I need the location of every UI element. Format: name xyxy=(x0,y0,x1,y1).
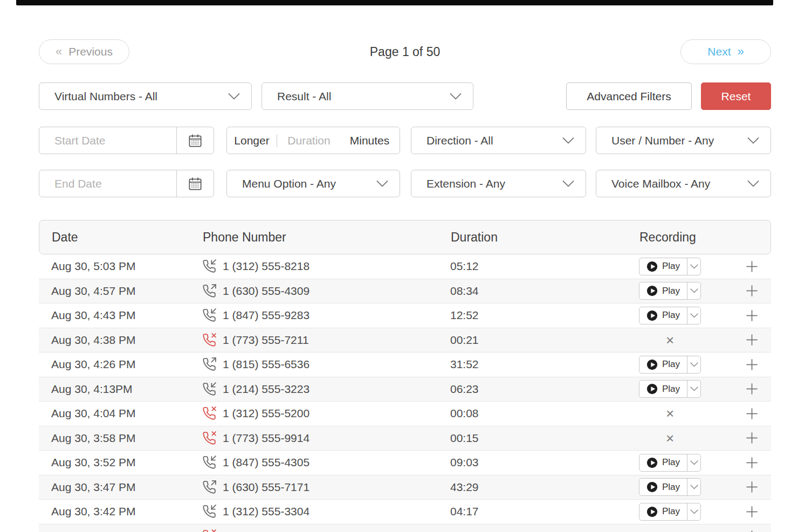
play-options-button[interactable] xyxy=(687,381,700,397)
duration-filter: Longer Minutes xyxy=(226,127,400,154)
play-button[interactable]: Play xyxy=(639,381,687,397)
plus-icon xyxy=(745,480,759,494)
play-button[interactable]: Play xyxy=(639,356,687,373)
expand-row-button[interactable] xyxy=(745,333,759,347)
chevron-down-icon xyxy=(690,509,698,514)
plus-icon xyxy=(745,357,759,372)
play-options-button[interactable] xyxy=(687,503,700,520)
previous-page-button[interactable]: « Previous xyxy=(39,39,129,64)
start-date-input[interactable] xyxy=(39,134,176,147)
reset-button[interactable]: Reset xyxy=(701,82,771,110)
play-options-button[interactable] xyxy=(687,258,700,275)
advanced-filters-button[interactable]: Advanced Filters xyxy=(566,82,692,110)
call-date: Aug 30, 3:58 PM xyxy=(51,432,202,445)
duration-comparator-button[interactable]: Longer xyxy=(227,127,277,154)
expand-row-button[interactable] xyxy=(745,308,759,323)
phone-number: 1 (312) 555-5200 xyxy=(223,407,309,420)
start-date-field xyxy=(39,127,214,154)
end-date-calendar-button[interactable] xyxy=(176,170,214,197)
phone-incoming-icon xyxy=(202,259,216,273)
column-header-phone-number: Phone Number xyxy=(203,230,451,245)
recording-control: Play xyxy=(639,503,701,521)
expand-row-button[interactable] xyxy=(745,455,759,470)
expand-row-button[interactable] xyxy=(745,505,759,519)
end-date-input[interactable] xyxy=(39,177,176,190)
next-page-button[interactable]: Next » xyxy=(680,39,771,64)
direction-select[interactable]: Direction - All xyxy=(411,127,586,154)
call-duration: 31:52 xyxy=(450,358,639,371)
phone-missed-icon xyxy=(202,529,216,532)
phone-number: 1 (847) 555-4305 xyxy=(223,456,309,469)
chevron-down-icon xyxy=(690,313,698,318)
play-icon xyxy=(646,481,658,493)
duration-comparator-value: Longer xyxy=(234,134,269,147)
spacer xyxy=(473,82,566,110)
result-select[interactable]: Result - All xyxy=(262,82,473,110)
user-number-select[interactable]: User / Number - Any xyxy=(596,127,771,154)
expand-row-button[interactable] xyxy=(745,357,759,372)
column-header-duration: Duration xyxy=(451,230,639,245)
play-icon xyxy=(646,261,658,272)
duration-unit-button[interactable]: Minutes xyxy=(341,127,398,154)
user-number-value: User / Number - Any xyxy=(611,134,714,147)
duration-value-input[interactable] xyxy=(277,134,341,147)
play-options-button[interactable] xyxy=(687,356,700,373)
expand-row-button[interactable] xyxy=(745,406,759,421)
play-options-button[interactable] xyxy=(687,454,700,471)
duration-unit-value: Minutes xyxy=(350,134,390,147)
call-date: Aug 30, 4:43 PM xyxy=(51,309,202,322)
phone-number: 1 (630) 555-4309 xyxy=(223,285,309,298)
call-log-page: « Previous Page 1 of 50 Next » Virtual N… xyxy=(0,0,798,532)
extension-select[interactable]: Extension - Any xyxy=(411,170,586,197)
table-row: Aug 30, 3:47 PM 1 (630) 555-7171 43:29 P… xyxy=(39,475,771,500)
plus-icon xyxy=(745,284,759,298)
chevron-down-icon xyxy=(690,386,698,391)
chevron-down-icon xyxy=(690,362,698,367)
recording-control: Play xyxy=(639,356,701,374)
expand-row-button[interactable] xyxy=(745,284,759,298)
direction-value: Direction - All xyxy=(426,134,493,147)
pagination-bar: « Previous Page 1 of 50 Next » xyxy=(39,39,771,64)
virtual-numbers-select[interactable]: Virtual Numbers - All xyxy=(39,82,252,110)
menu-option-select[interactable]: Menu Option - Any xyxy=(226,170,400,197)
play-icon xyxy=(646,457,658,468)
play-button[interactable]: Play xyxy=(639,503,687,520)
play-label: Play xyxy=(662,506,680,517)
play-button[interactable]: Play xyxy=(639,307,687,324)
play-options-button[interactable] xyxy=(687,307,700,324)
recording-control: Play xyxy=(639,282,701,300)
expand-row-button[interactable] xyxy=(745,259,759,274)
expand-row-button[interactable] xyxy=(745,480,759,494)
play-icon xyxy=(646,310,658,321)
table-row: × xyxy=(39,524,771,532)
play-button[interactable]: Play xyxy=(639,258,687,275)
play-options-button[interactable] xyxy=(687,479,700,495)
call-duration: 43:29 xyxy=(450,481,639,494)
play-button[interactable]: Play xyxy=(639,454,687,471)
table-row: Aug 30, 4:13PM 1 (214) 555-3223 06:23 Pl… xyxy=(39,377,771,402)
calendar-icon xyxy=(187,133,203,149)
phone-incoming-icon xyxy=(202,505,216,519)
phone-number: 1 (214) 555-3223 xyxy=(223,383,309,396)
plus-icon xyxy=(745,455,759,470)
expand-row-button[interactable] xyxy=(745,529,759,532)
double-chevron-right-icon: » xyxy=(737,46,744,58)
phone-missed-icon xyxy=(202,406,216,420)
start-date-calendar-button[interactable] xyxy=(176,127,214,154)
virtual-numbers-value: Virtual Numbers - All xyxy=(54,90,157,103)
expand-row-button[interactable] xyxy=(745,382,759,396)
play-options-button[interactable] xyxy=(687,282,700,299)
plus-icon xyxy=(745,431,759,445)
table-row: Aug 30, 4:26 PM 1 (815) 555-6536 31:52 P… xyxy=(39,353,771,377)
plus-icon xyxy=(745,259,759,274)
voice-mailbox-select[interactable]: Voice Mailbox - Any xyxy=(596,170,771,197)
no-recording-icon: × xyxy=(666,529,674,532)
play-icon xyxy=(646,285,658,296)
expand-row-button[interactable] xyxy=(745,431,759,445)
play-button[interactable]: Play xyxy=(639,282,687,299)
table-row: Aug 30, 3:52 PM 1 (847) 555-4305 09:03 P… xyxy=(39,451,771,475)
play-button[interactable]: Play xyxy=(639,479,687,495)
call-date: Aug 30, 5:03 PM xyxy=(51,260,202,273)
chevron-down-icon xyxy=(690,485,698,489)
call-date: Aug 30, 4:57 PM xyxy=(51,285,202,298)
